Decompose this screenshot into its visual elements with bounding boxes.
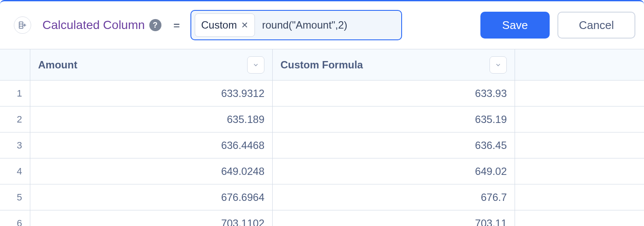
table-row: 4649.0248649.02 [0,158,644,184]
cancel-button[interactable]: Cancel [557,12,635,39]
cell-empty [515,158,644,184]
row-number: 4 [0,158,30,184]
chevron-down-icon [495,61,502,68]
column-header-amount-label: Amount [38,59,77,71]
cell-custom-formula[interactable]: 636.45 [273,132,515,158]
column-header-empty [515,49,644,80]
cell-amount[interactable]: 633.9312 [30,81,273,106]
formula-type-chip-label: Custom [201,19,237,31]
formula-field[interactable]: Custom ✕ [190,10,402,40]
formula-type-chip[interactable]: Custom ✕ [195,13,255,37]
cell-custom-formula[interactable]: 635.19 [273,107,515,132]
svg-rect-0 [19,22,23,29]
save-button[interactable]: Save [480,12,550,39]
formula-toolbar: Calculated Column ? = Custom ✕ Save Canc… [0,1,644,49]
column-header-custom-formula-label: Custom Formula [280,59,363,71]
row-number: 5 [0,184,30,210]
row-number: 1 [0,81,30,106]
rownum-header [0,49,30,80]
cell-amount[interactable]: 703.1102 [30,210,273,226]
column-menu-custom-formula[interactable] [489,56,507,74]
cell-empty [515,107,644,132]
column-header-custom-formula[interactable]: Custom Formula [273,49,515,80]
row-number: 2 [0,107,30,132]
formula-input[interactable] [255,13,398,37]
cell-custom-formula[interactable]: 633.93 [273,81,515,106]
cell-empty [515,81,644,106]
cell-amount[interactable]: 676.6964 [30,184,273,210]
table-row: 5676.6964676.7 [0,184,644,210]
table-row: 6703.1102703.11 [0,210,644,226]
cell-custom-formula[interactable]: 649.02 [273,158,515,184]
column-menu-amount[interactable] [247,56,264,74]
chevron-down-icon [252,61,259,68]
cell-amount[interactable]: 635.189 [30,107,273,132]
cell-amount[interactable]: 649.0248 [30,158,273,184]
table-row: 1633.9312633.93 [0,81,644,107]
cell-custom-formula[interactable]: 703.11 [273,210,515,226]
row-number: 3 [0,132,30,158]
column-header-amount[interactable]: Amount [30,49,273,80]
cell-amount[interactable]: 636.4468 [30,132,273,158]
equals-sign: = [174,19,180,32]
data-grid: Amount Custom Formula 1633.9312633.93263… [0,49,644,226]
cell-empty [515,210,644,226]
add-column-icon [18,21,27,29]
calculated-column-title: Calculated Column [42,18,145,32]
help-icon[interactable]: ? [149,19,161,31]
add-column-icon-button[interactable] [14,16,31,34]
table-row: 3636.4468636.45 [0,132,644,158]
cell-empty [515,132,644,158]
calculated-column-title-wrap: Calculated Column ? [42,18,161,32]
chip-close-icon[interactable]: ✕ [241,20,248,30]
table-row: 2635.189635.19 [0,107,644,132]
row-number: 6 [0,210,30,226]
cell-custom-formula[interactable]: 676.7 [273,184,515,210]
cell-empty [515,184,644,210]
grid-header-row: Amount Custom Formula [0,49,644,81]
